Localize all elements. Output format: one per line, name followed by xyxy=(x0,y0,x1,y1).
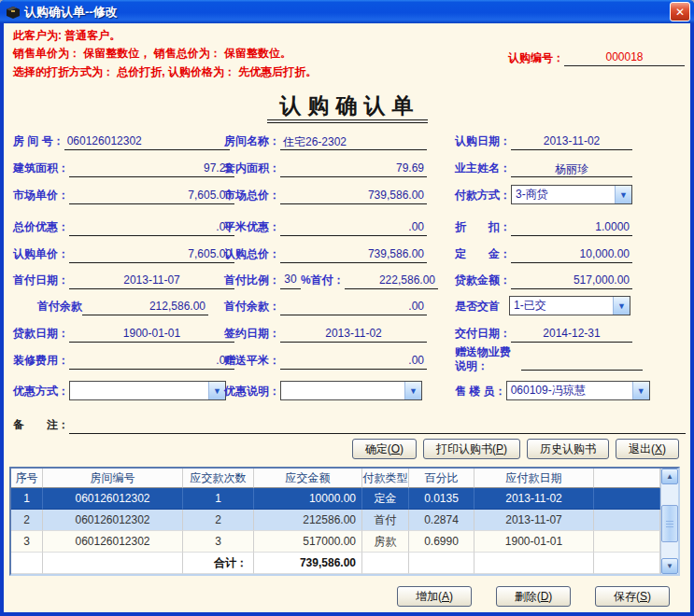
field-label: 优惠说明： xyxy=(224,384,280,400)
table-header-cell[interactable]: 付款类型 xyxy=(362,469,409,488)
table-grid: 序号房间编号应交款次数应交金额付款类型百分比应付款日期 106012601230… xyxy=(11,469,660,574)
salesperson-select[interactable]: 060109-冯琼慧 ▼ xyxy=(506,381,650,400)
table-cell: 2 xyxy=(183,510,254,531)
loan-amount-input[interactable]: 517,000.00 xyxy=(511,273,632,289)
print-confirmation-button[interactable]: 打印认购书(P) xyxy=(423,439,520,459)
first-paid-select[interactable]: 1-已交 ▼ xyxy=(509,296,630,315)
field-label: 认购日期： xyxy=(455,133,511,150)
field-label: 优惠方式： xyxy=(13,384,69,400)
title-bar[interactable]: 认购确认单--修改 ✕ xyxy=(0,0,694,23)
add-button[interactable]: 增加(A) xyxy=(397,586,472,607)
decoration-fee-input[interactable]: .00 xyxy=(69,353,234,370)
purchase-unit-price-input[interactable]: 7,605.00 xyxy=(69,246,234,263)
gift-property-input[interactable] xyxy=(521,354,643,371)
field-sign-date: 签约日期： 2013-11-02 xyxy=(224,324,427,343)
deposit-input[interactable]: 10,000.00 xyxy=(511,246,632,263)
room-no-input[interactable]: 060126012302 xyxy=(64,133,230,150)
gift-sqm-input[interactable]: .00 xyxy=(280,353,427,370)
sqm-discount-input[interactable]: .00 xyxy=(280,219,427,236)
chevron-down-icon: ▼ xyxy=(208,382,225,399)
table-header-cell[interactable]: 应交金额 xyxy=(254,469,362,488)
button-label: 保存( xyxy=(614,590,640,603)
discount-method-select[interactable]: ▼ xyxy=(69,381,226,400)
scrollbar-thumb[interactable] xyxy=(661,505,678,542)
chevron-down-icon: ▼ xyxy=(404,382,421,399)
table-header-cell[interactable]: 序号 xyxy=(11,469,43,488)
exit-button[interactable]: 退出(X) xyxy=(616,439,679,459)
delivery-date-input[interactable]: 2014-12-31 xyxy=(511,326,632,343)
field-label: 贷款金额： xyxy=(455,273,511,289)
table-row[interactable]: 20601260123022212586.00首付0.28742013-11-0… xyxy=(11,510,660,531)
order-no-value[interactable]: 000018 xyxy=(564,50,685,66)
close-button[interactable]: ✕ xyxy=(670,2,690,21)
history-button[interactable]: 历史认购书 xyxy=(527,439,609,459)
field-label: 平米优惠： xyxy=(224,219,280,236)
table-header-cell[interactable]: 应付款日期 xyxy=(474,469,594,488)
window-title: 认购确认单--修改 xyxy=(24,4,670,21)
market-unit-price-input[interactable]: 7,605.00 xyxy=(69,188,234,204)
down-payment-rest-input[interactable]: 212,586.00 xyxy=(82,299,208,315)
purchase-total-price-input[interactable]: 739,586.00 xyxy=(280,246,427,263)
notice-line-2: 销售单价为： 保留整数位， 销售总价为： 保留整数位。 xyxy=(13,46,291,62)
field-label: 赠送物业费 xyxy=(455,345,511,359)
sign-date-input[interactable]: 2013-11-02 xyxy=(280,326,427,343)
button-label: ) xyxy=(400,442,404,455)
field-inner-area: 套内面积： 79.69 xyxy=(224,159,427,177)
table-total-row: 合计： 739,586.00 xyxy=(11,553,660,574)
confirm-button[interactable]: 确定(O) xyxy=(352,439,417,459)
notice-line-1: 此客户为: 普通客户。 xyxy=(13,28,120,44)
table-header-cell[interactable]: 房间编号 xyxy=(43,469,183,488)
field-room-name: 房间名称： 住宅26-2302 xyxy=(224,132,427,150)
button-label: 历史认购书 xyxy=(540,442,596,455)
button-label: 增加( xyxy=(416,590,442,603)
scroll-up-icon[interactable]: ▲ xyxy=(661,469,678,484)
table-cell: 1900-01-01 xyxy=(474,531,594,553)
owner-name-input[interactable]: 杨丽珍 xyxy=(511,161,632,177)
table-cell: 2013-11-02 xyxy=(474,488,594,510)
scrollbar-track[interactable] xyxy=(661,484,678,558)
table-header-cell[interactable]: 百分比 xyxy=(409,469,474,488)
table-header-cell[interactable] xyxy=(594,469,660,488)
down-payment-rest2-input[interactable]: .00 xyxy=(280,299,427,315)
vertical-scrollbar[interactable]: ▲ ▼ xyxy=(660,469,678,574)
field-delivery-date: 交付日期： 2014-12-31 xyxy=(455,324,632,343)
field-label: 总价优惠： xyxy=(13,219,69,236)
table-cell: 10000.00 xyxy=(254,488,362,510)
field-label: %首付： xyxy=(301,273,345,289)
down-payment-date-input[interactable]: 2013-11-07 xyxy=(69,273,234,289)
field-label: 房间名称： xyxy=(224,133,280,150)
table-cell: 2 xyxy=(11,510,43,531)
field-gift-sqm: 赠送平米： .00 xyxy=(224,351,427,370)
table-header-cell[interactable]: 应交款次数 xyxy=(183,469,254,488)
save-button[interactable]: 保存(S) xyxy=(595,586,670,607)
table-cell: 3 xyxy=(11,531,43,553)
scroll-down-icon[interactable]: ▼ xyxy=(661,558,678,574)
total-discount-input[interactable]: .00 xyxy=(69,219,234,236)
field-label: 折 扣： xyxy=(455,219,511,236)
build-area-input[interactable]: 97.25 xyxy=(69,161,234,177)
payment-method-select[interactable]: 3-商贷 ▼ xyxy=(511,185,632,204)
table-cell xyxy=(594,531,660,553)
table-row[interactable]: 30601260123023517000.00房款0.69901900-01-0… xyxy=(11,531,660,553)
table-cell: 房款 xyxy=(362,531,409,553)
table-cell: 1 xyxy=(183,488,254,510)
table-cell xyxy=(409,553,474,574)
down-payment-amount-input[interactable]: 222,586.00 xyxy=(345,273,438,289)
discount-desc-select[interactable]: ▼ xyxy=(280,381,422,400)
delete-button[interactable]: 删除(D) xyxy=(496,586,571,607)
market-total-price-input[interactable]: 739,586.00 xyxy=(280,188,427,204)
room-name-input[interactable]: 住宅26-2302 xyxy=(280,133,427,150)
field-purchase-total-price: 认购总价： 739,586.00 xyxy=(224,245,427,263)
table-row[interactable]: 1060126012302110000.00定金0.01352013-11-02 xyxy=(11,488,660,510)
field-label: 备 注： xyxy=(13,417,69,434)
purchase-date-input[interactable]: 2013-11-02 xyxy=(511,133,632,150)
down-payment-ratio-input[interactable]: 30 xyxy=(280,273,301,289)
field-label: 交付日期： xyxy=(455,326,511,343)
table-cell: 1 xyxy=(11,488,43,510)
inner-area-input[interactable]: 79.69 xyxy=(280,161,427,177)
table-cell: 212586.00 xyxy=(254,510,362,531)
field-down-payment-rest2: 首付余款： .00 xyxy=(224,297,427,315)
discount-input[interactable]: 1.0000 xyxy=(511,219,632,236)
remarks-input[interactable] xyxy=(69,417,686,434)
loan-date-input[interactable]: 1900-01-01 xyxy=(69,326,234,343)
